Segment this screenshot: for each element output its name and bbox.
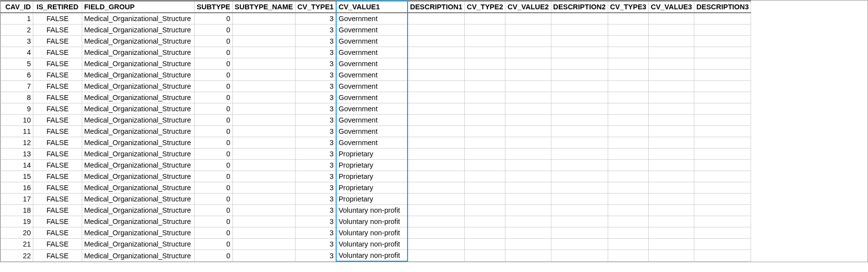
cell-description3[interactable]: [694, 36, 751, 47]
table-row[interactable]: 15FALSEMedical_Organizational_Structure0…: [1, 171, 751, 182]
cell-cv_value3[interactable]: [648, 160, 694, 171]
cell-cv_type2[interactable]: [465, 58, 505, 70]
cell-cv_value1[interactable]: Voluntary non-profit: [336, 250, 408, 262]
cell-field_group[interactable]: Medical_Organizational_Structure: [82, 58, 195, 70]
cell-cv_value3[interactable]: [648, 205, 694, 216]
table-row[interactable]: 10FALSEMedical_Organizational_Structure0…: [1, 115, 751, 126]
cell-is_retired[interactable]: FALSE: [33, 92, 82, 103]
header-row[interactable]: CAV_IDIS_RETIREDFIELD_GROUPSUBTYPESUBTYP…: [1, 1, 751, 13]
cell-cav_id[interactable]: 17: [1, 194, 33, 205]
cell-description2[interactable]: [551, 70, 608, 81]
cell-description2[interactable]: [551, 216, 608, 227]
cell-cv_value2[interactable]: [505, 216, 551, 227]
cell-cav_id[interactable]: 8: [1, 92, 33, 103]
cell-cv_type2[interactable]: [465, 227, 505, 239]
cell-description3[interactable]: [694, 216, 751, 227]
cell-subtype_name[interactable]: [232, 103, 295, 115]
cell-cv_type3[interactable]: [608, 227, 648, 239]
cell-cav_id[interactable]: 12: [1, 137, 33, 148]
cell-cv_type3[interactable]: [608, 25, 648, 36]
cell-is_retired[interactable]: FALSE: [33, 25, 82, 36]
cell-cv_type3[interactable]: [608, 239, 648, 250]
cell-subtype[interactable]: 0: [195, 81, 233, 92]
cell-field_group[interactable]: Medical_Organizational_Structure: [82, 13, 195, 25]
cell-cv_type1[interactable]: 3: [295, 250, 336, 262]
cell-cv_type3[interactable]: [608, 36, 648, 47]
cell-description2[interactable]: [551, 126, 608, 137]
cell-description2[interactable]: [551, 171, 608, 182]
cell-cv_type2[interactable]: [465, 36, 505, 47]
cell-is_retired[interactable]: FALSE: [33, 171, 82, 182]
cell-cv_type2[interactable]: [465, 70, 505, 81]
cell-cv_value2[interactable]: [505, 148, 551, 160]
cell-subtype[interactable]: 0: [195, 58, 233, 70]
cell-description2[interactable]: [551, 13, 608, 25]
cell-cv_value3[interactable]: [648, 25, 694, 36]
cell-cv_type3[interactable]: [608, 148, 648, 160]
data-table[interactable]: CAV_IDIS_RETIREDFIELD_GROUPSUBTYPESUBTYP…: [0, 0, 751, 262]
cell-cv_value3[interactable]: [648, 115, 694, 126]
cell-cv_value3[interactable]: [648, 58, 694, 70]
table-row[interactable]: 14FALSEMedical_Organizational_Structure0…: [1, 160, 751, 171]
cell-description1[interactable]: [408, 148, 465, 160]
cell-cv_value2[interactable]: [505, 92, 551, 103]
cell-description3[interactable]: [694, 194, 751, 205]
col-header-description3[interactable]: DESCRIPTION3: [694, 1, 751, 13]
cell-subtype_name[interactable]: [232, 25, 295, 36]
cell-description2[interactable]: [551, 250, 608, 262]
table-row[interactable]: 21FALSEMedical_Organizational_Structure0…: [1, 239, 751, 250]
cell-is_retired[interactable]: FALSE: [33, 58, 82, 70]
table-body[interactable]: 1FALSEMedical_Organizational_Structure03…: [1, 13, 751, 261]
cell-description1[interactable]: [408, 36, 465, 47]
cell-subtype[interactable]: 0: [195, 250, 233, 262]
cell-subtype[interactable]: 0: [195, 13, 233, 25]
col-header-cav_id[interactable]: CAV_ID: [1, 1, 33, 13]
cell-description1[interactable]: [408, 92, 465, 103]
cell-cav_id[interactable]: 19: [1, 216, 33, 227]
table-row[interactable]: 19FALSEMedical_Organizational_Structure0…: [1, 216, 751, 227]
cell-subtype_name[interactable]: [232, 194, 295, 205]
cell-subtype[interactable]: 0: [195, 115, 233, 126]
cell-cv_value2[interactable]: [505, 25, 551, 36]
table-row[interactable]: 22FALSEMedical_Organizational_Structure0…: [1, 250, 751, 262]
col-header-cv_type3[interactable]: CV_TYPE3: [608, 1, 648, 13]
cell-description1[interactable]: [408, 182, 465, 194]
cell-cv_type3[interactable]: [608, 250, 648, 262]
cell-cv_type2[interactable]: [465, 13, 505, 25]
cell-cav_id[interactable]: 4: [1, 47, 33, 58]
cell-description1[interactable]: [408, 81, 465, 92]
cell-cv_type3[interactable]: [608, 182, 648, 194]
cell-cv_value2[interactable]: [505, 239, 551, 250]
cell-subtype_name[interactable]: [232, 148, 295, 160]
cell-subtype_name[interactable]: [232, 36, 295, 47]
cell-subtype_name[interactable]: [232, 182, 295, 194]
cell-cav_id[interactable]: 7: [1, 81, 33, 92]
cell-cv_value2[interactable]: [505, 137, 551, 148]
cell-is_retired[interactable]: FALSE: [33, 103, 82, 115]
cell-cv_value2[interactable]: [505, 58, 551, 70]
cell-cv_type2[interactable]: [465, 250, 505, 262]
cell-description1[interactable]: [408, 126, 465, 137]
cell-cv_value2[interactable]: [505, 227, 551, 239]
cell-is_retired[interactable]: FALSE: [33, 148, 82, 160]
cell-cv_value2[interactable]: [505, 81, 551, 92]
cell-description1[interactable]: [408, 137, 465, 148]
cell-cv_type1[interactable]: 3: [295, 81, 336, 92]
cell-cv_value2[interactable]: [505, 70, 551, 81]
cell-cv_type1[interactable]: 3: [295, 182, 336, 194]
cell-subtype[interactable]: 0: [195, 148, 233, 160]
cell-description1[interactable]: [408, 227, 465, 239]
cell-subtype_name[interactable]: [232, 137, 295, 148]
cell-cv_value2[interactable]: [505, 205, 551, 216]
cell-cv_type3[interactable]: [608, 171, 648, 182]
cell-description3[interactable]: [694, 13, 751, 25]
cell-field_group[interactable]: Medical_Organizational_Structure: [82, 171, 195, 182]
cell-description1[interactable]: [408, 70, 465, 81]
cell-cv_value3[interactable]: [648, 92, 694, 103]
cell-cv_type1[interactable]: 3: [295, 137, 336, 148]
cell-cv_value1[interactable]: Government: [336, 126, 408, 137]
col-header-subtype[interactable]: SUBTYPE: [195, 1, 233, 13]
cell-cv_value1[interactable]: Government: [336, 70, 408, 81]
cell-cv_value1[interactable]: Voluntary non-profit: [336, 239, 408, 250]
cell-description3[interactable]: [694, 58, 751, 70]
